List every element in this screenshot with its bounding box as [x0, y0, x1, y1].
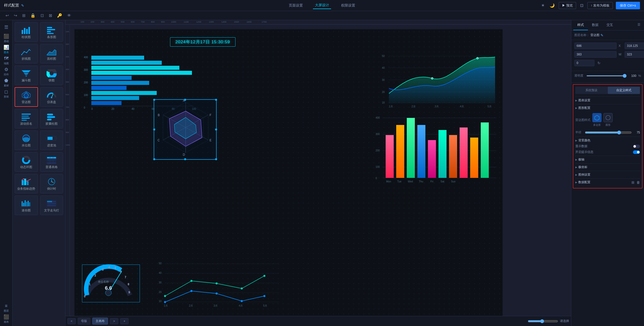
sidebar-control[interactable]: ⚙ 控件 — [1, 67, 11, 77]
master-tab[interactable]: 母版 — [78, 318, 90, 324]
rotate-field[interactable] — [574, 60, 594, 66]
lock2-icon[interactable]: 🔑 — [56, 12, 64, 19]
screen-icon[interactable]: ⊡ — [579, 2, 584, 9]
radius-row: 半径 75 — [575, 130, 640, 135]
layer-name-edit-icon[interactable]: ✎ — [600, 33, 603, 37]
moon-icon[interactable]: 🌙 — [549, 2, 556, 9]
svg-text:20: 20 — [111, 108, 114, 110]
bg-color-section[interactable]: ▶ 背景颜色 — [575, 137, 640, 144]
line-chart-widget[interactable]: 50 40 30 20 10 — [159, 261, 282, 310]
title-edit-icon[interactable]: ✎ — [21, 4, 24, 8]
preview-button[interactable]: ▶ 预览 — [559, 2, 576, 9]
tab-style[interactable]: 样式 — [573, 20, 588, 30]
comp-pie[interactable]: 饼图 — [40, 66, 63, 85]
comp-kpi[interactable]: 业务指标趋势 — [15, 174, 38, 193]
main-canvas-tab[interactable]: 主画布 — [92, 318, 108, 324]
x-field[interactable] — [574, 43, 617, 49]
svg-text:E: E — [210, 139, 212, 142]
comp-progress[interactable]: 进度池 — [40, 131, 63, 150]
polar-axis-section[interactable]: ▶ 极轴 — [575, 156, 640, 163]
polar-coord-section[interactable]: ▶ 极坐标 — [575, 163, 640, 171]
comp-pie-label: 饼图 — [49, 78, 55, 83]
vbar-chart-widget[interactable]: 400 300 200 100 0 — [376, 115, 499, 188]
w-field[interactable] — [574, 51, 617, 58]
sidebar-basic[interactable]: ⬛ 基础 — [1, 33, 11, 43]
redo-icon[interactable]: ↪ — [12, 12, 19, 19]
tab-data[interactable]: 数据 — [588, 20, 602, 30]
ruler-horizontal: 100 200 300 400 500 600 700 800 900 1000… — [65, 20, 571, 25]
comp-mini-chart[interactable]: 67% 51% 迷你图 — [15, 195, 38, 215]
data-delete-icon[interactable]: 🗑 — [636, 180, 640, 184]
tooltip-toggle[interactable] — [633, 150, 640, 154]
position-row-3: ↻ — [574, 60, 641, 66]
sidebar-map[interactable]: 🗺 地图 — [1, 55, 11, 66]
sidebar-material[interactable]: ⬟ 素材 — [1, 78, 11, 88]
panel-menu-icon[interactable]: ☰ — [636, 20, 642, 30]
canvas-main[interactable]: 2024年12月17日 15:30:59 400 300 200 100 0 — [74, 29, 503, 320]
delete-icon[interactable]: ⊠ — [47, 12, 54, 19]
svg-text:0: 0 — [84, 106, 85, 109]
save-button[interactable]: 保存 Ctrl+s — [616, 2, 640, 9]
tab-interaction[interactable]: 交互 — [602, 20, 617, 30]
radar-chart-widget[interactable]: A F E D C B ↻ — [154, 99, 217, 160]
preset-tab[interactable]: 系统预设 — [575, 87, 608, 94]
sidebar-chart[interactable]: 📊 图表 — [1, 44, 11, 54]
svg-point-207 — [216, 292, 218, 295]
comp-ring[interactable]: 动态环图 — [15, 152, 38, 172]
opacity-slider[interactable] — [586, 75, 627, 76]
radar-polygon-option[interactable] — [592, 113, 601, 122]
zoom-slider[interactable] — [528, 319, 558, 323]
zoom-bar: 请选择 — [528, 319, 569, 323]
comp-marquee[interactable]: 文字走马灯 — [40, 195, 63, 215]
tab-permissions[interactable]: 权限设置 — [339, 2, 357, 9]
radius-slider[interactable] — [585, 131, 632, 135]
comp-table[interactable]: 普通表格 — [40, 152, 63, 172]
comp-countdown[interactable]: 倒计时 — [40, 174, 63, 193]
chart-settings-section[interactable]: ▶ 图表设置 — [575, 96, 640, 104]
copy-icon[interactable]: ⊡ — [39, 12, 45, 19]
shape-config-section[interactable]: ▶ 图形配置 — [575, 104, 640, 112]
sidebar-shape[interactable]: ◻ 形状 — [1, 89, 11, 99]
legend-section[interactable]: ▶ 图例设置 — [575, 171, 640, 178]
radar-circle-option[interactable] — [603, 113, 613, 122]
next-button[interactable]: > — [110, 318, 118, 324]
comp-funnel[interactable]: 漏斗图 — [15, 66, 38, 85]
svg-text:300: 300 — [84, 69, 88, 71]
svg-rect-183 — [438, 130, 447, 178]
comp-gauge[interactable]: 仪表盘 — [40, 87, 63, 107]
svg-rect-28 — [22, 120, 27, 121]
custom-tab[interactable]: 自定义样式 — [608, 87, 640, 94]
area-svg: 50 40 30 20 10 — [382, 53, 498, 109]
tab-screen-design[interactable]: 大屏设计 — [313, 2, 331, 9]
comp-capsule[interactable]: 胶囊柱图 — [40, 109, 63, 128]
empty-rect-widget[interactable] — [82, 265, 140, 302]
data-table-icon[interactable]: ⊞ — [631, 180, 634, 184]
sidebar-layer[interactable]: ≡ 图层 — [1, 303, 11, 313]
comp-area-chart[interactable]: 面积图 — [40, 44, 63, 63]
y-field[interactable] — [625, 43, 644, 49]
comp-scroll[interactable]: 滚动排名 — [15, 109, 38, 128]
tab-page-settings[interactable]: 页面设置 — [287, 2, 305, 9]
comp-line-chart[interactable]: 折线图 — [15, 44, 38, 63]
publish-button[interactable]: ↑ 发布为模板 — [587, 2, 613, 9]
undo-icon[interactable]: ↩ — [4, 12, 10, 19]
eye-icon[interactable]: 👁 — [66, 12, 73, 19]
h-field[interactable] — [625, 51, 644, 58]
comp-water[interactable]: 水位图 — [15, 131, 38, 150]
theme-icon[interactable]: ☀ — [540, 2, 546, 9]
canvas-area[interactable]: 100 200 300 400 500 600 700 800 900 1000… — [65, 20, 571, 326]
sidebar-menu[interactable]: ☰ — [1, 22, 11, 32]
lock-icon[interactable]: 🔒 — [29, 12, 37, 19]
comp-progress-label: 进度池 — [47, 143, 56, 148]
prev-button[interactable]: < — [67, 318, 76, 324]
comp-radar[interactable]: 雷达图 — [15, 87, 38, 107]
grid-icon[interactable]: ⊞ — [21, 12, 27, 19]
comp-bar-chart[interactable]: 柱状图 — [15, 22, 38, 42]
show-data-toggle[interactable] — [633, 145, 640, 148]
ruler-h-svg: 100 200 300 400 500 600 700 800 900 1000… — [65, 20, 571, 24]
area-chart-widget[interactable]: 50 40 30 20 10 — [382, 53, 498, 109]
sidebar-canvas[interactable]: ⬛ 画布 — [1, 314, 11, 324]
add-canvas-button[interactable]: + — [120, 318, 129, 324]
canvas-with-ruler: 100 200 300 400 500 600 700 800 900 1000 — [65, 25, 498, 316]
comp-hbar-chart[interactable]: 条形图 — [40, 22, 63, 42]
